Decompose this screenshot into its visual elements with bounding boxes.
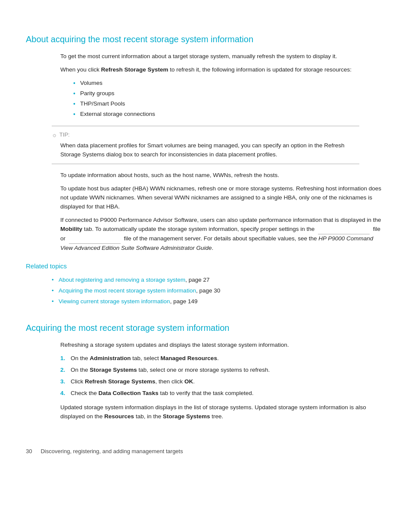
step-2: On the Storage Systems tab, select one o… (60, 366, 385, 375)
para-hba: To update host bus adapter (HBA) WWN nic… (60, 184, 385, 212)
list-item-volumes: Volumes (73, 79, 385, 88)
tip-icon: ☼ (52, 131, 57, 140)
step-4: Check the Data Collection Tasks tab to v… (60, 389, 385, 398)
related-link-3[interactable]: Viewing current storage system informati… (52, 297, 385, 306)
list-item-external: External storage connections (73, 110, 385, 119)
para-hosts: To update information about hosts, such … (60, 171, 385, 180)
acquiring-closing: Updated storage system information displ… (60, 403, 385, 421)
tip-body: When data placement profiles for Smart v… (60, 141, 359, 159)
related-link-1[interactable]: About registering and removing a storage… (52, 276, 385, 285)
steps-list: On the Administration tab, select Manage… (60, 354, 385, 398)
page-number: 30 (26, 447, 32, 456)
acquiring-intro: Refreshing a storage system updates and … (60, 341, 385, 350)
step-1: On the Administration tab, select Manage… (60, 354, 385, 363)
blank-1 (318, 225, 370, 234)
blank-2 (69, 234, 121, 244)
para-2: When you click Refresh Storage System to… (60, 65, 385, 75)
list-item-thp: THP/Smart Pools (73, 100, 385, 109)
tip-title: TIP: (59, 131, 70, 139)
related-topics-title: Related topics (26, 261, 385, 271)
tip-label: ☼ TIP: (52, 131, 359, 140)
related-link-2[interactable]: Acquiring the most recent storage system… (52, 286, 385, 296)
page-footer: 30 Discovering, registering, and adding … (26, 447, 385, 456)
para-1: To get the most current information abou… (60, 52, 385, 61)
section-title-acquiring: Acquiring the most recent storage system… (26, 321, 385, 335)
section-title-about-acquiring: About acquiring the most recent storage … (26, 33, 385, 46)
related-links-list: About registering and removing a storage… (52, 276, 385, 306)
footer-text: Discovering, registering, and adding man… (40, 447, 183, 456)
step-3: Click Refresh Storage Systems, then clic… (60, 377, 385, 386)
related-link-3-anchor[interactable]: Viewing current storage system informati… (59, 298, 170, 305)
related-link-1-anchor[interactable]: About registering and removing a storage… (59, 277, 185, 283)
list-item-parity: Parity groups (73, 89, 385, 98)
para-p9000: If connected to P9000 Performance Adviso… (60, 216, 385, 253)
related-link-2-anchor[interactable]: Acquiring the most recent storage system… (59, 287, 196, 294)
tip-box: ☼ TIP: When data placement profiles for … (52, 126, 359, 165)
resource-list: Volumes Parity groups THP/Smart Pools Ex… (73, 79, 385, 119)
